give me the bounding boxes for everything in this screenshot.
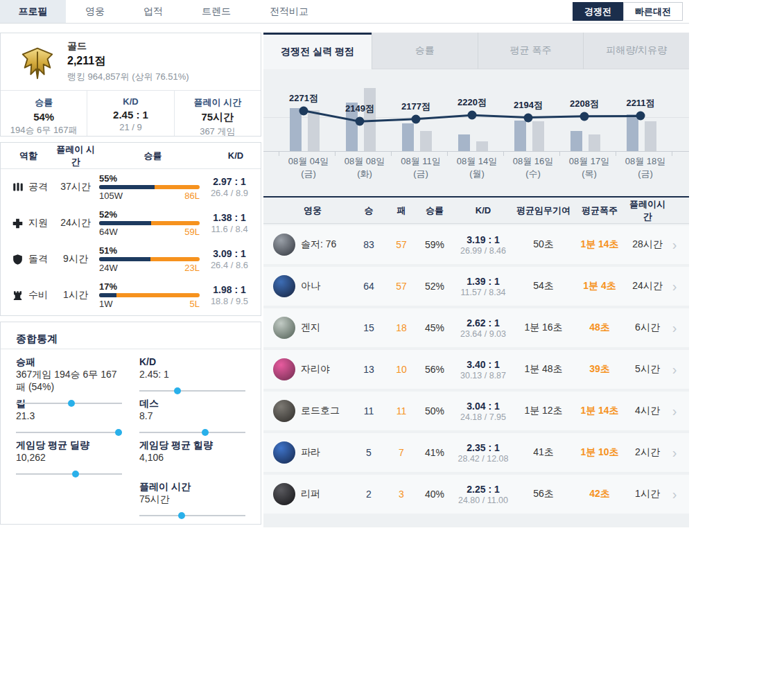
chart-tab-skill-rating[interactable]: 경쟁전 실력 평점 bbox=[263, 33, 372, 69]
kd-ratio: 2.97 : 1 bbox=[207, 176, 252, 187]
role-row-defense: 수비1시간17%1W5L1.98 : 118.8 / 9.5 bbox=[1, 277, 261, 313]
chevron-right-icon[interactable]: › bbox=[668, 238, 681, 252]
chart-point-label: 2271점 bbox=[289, 92, 318, 105]
hero-objective-time: 41초 bbox=[514, 446, 573, 459]
stat-label: 데스 bbox=[139, 398, 245, 410]
hero-fire-time: 1분 10초 bbox=[573, 446, 627, 459]
wins-count: 1W bbox=[99, 299, 113, 309]
win-bar-fill bbox=[99, 221, 151, 225]
win-loss-counts: 24W23L bbox=[99, 263, 200, 273]
nav-tab-trends[interactable]: 트렌드 bbox=[182, 0, 250, 23]
chevron-right-icon[interactable]: › bbox=[668, 362, 681, 376]
kd-ratio: 1.38 : 1 bbox=[207, 212, 252, 223]
tier-points: 2,211점 bbox=[67, 54, 189, 69]
hero-row-roadhog[interactable]: 로드호그111150%3.04 : 124.18 / 7.951분 12초1분 … bbox=[263, 392, 689, 430]
kd-detail: 30.13 / 8.87 bbox=[452, 371, 514, 380]
hero-row-genji[interactable]: 겐지151845%2.62 : 123.64 / 9.031분 16초48초6시… bbox=[263, 308, 689, 347]
hero-row-reaper[interactable]: 리퍼2340%2.25 : 124.80 / 11.0056초42초1시간› bbox=[263, 475, 689, 514]
summary-sub: 194승 6무 167패 bbox=[1, 124, 87, 137]
chevron-right-icon[interactable]: › bbox=[668, 279, 681, 293]
nav-tab-match-compare[interactable]: 전적비교 bbox=[250, 0, 328, 23]
stat-label: 일 평균 플레이 시간 bbox=[16, 523, 122, 525]
hero-win-rate: 52% bbox=[417, 281, 452, 292]
hero-win-rate: 56% bbox=[417, 364, 452, 375]
chart-tab-win-rate[interactable]: 승률 bbox=[372, 33, 478, 69]
hero-losses: 7 bbox=[385, 447, 417, 458]
stat-gauge-dot bbox=[72, 471, 79, 477]
hero-row-pharah[interactable]: 파라5741%2.35 : 128.42 / 12.0841초1분 10초2시간… bbox=[263, 433, 689, 472]
stat-label: 게임당 평균 딜량 bbox=[16, 439, 122, 451]
hero-win-rate: 59% bbox=[417, 239, 452, 250]
chart-point bbox=[636, 112, 645, 121]
hero-kd: 2.62 : 123.64 / 9.03 bbox=[452, 317, 514, 339]
kd-detail: 26.99 / 8.46 bbox=[452, 246, 514, 256]
losses-count: 23L bbox=[184, 263, 200, 273]
summary-win-rate: 승률54%194승 6무 167패 bbox=[1, 91, 87, 136]
chevron-right-icon[interactable]: › bbox=[668, 404, 681, 418]
hero-objective-time: 1분 16초 bbox=[514, 322, 573, 334]
stat-gauge-dot bbox=[174, 387, 181, 394]
chart-point-label: 2220점 bbox=[458, 96, 487, 109]
kd-ratio: 3.19 : 1 bbox=[452, 234, 514, 245]
nav-tab-achievements[interactable]: 업적 bbox=[124, 0, 182, 23]
kd-ratio: 2.62 : 1 bbox=[452, 317, 514, 328]
hero-header-cell: 플레이시간 bbox=[627, 198, 668, 223]
win-rate-bar-block: 51%24W23L bbox=[99, 245, 200, 273]
win-rate-bar-block: 17%1W5L bbox=[99, 281, 200, 309]
chart-tab-damage-healing[interactable]: 피해량/치유량 bbox=[583, 33, 689, 69]
profile-card: 골드 2,211점 랭킹 964,857위 (상위 76.51%) 승률54%1… bbox=[0, 33, 261, 137]
chevron-right-icon[interactable]: › bbox=[668, 446, 681, 459]
win-rate-percent: 17% bbox=[99, 281, 200, 292]
chart-line bbox=[263, 69, 689, 187]
hero-wins: 13 bbox=[352, 364, 385, 375]
hero-fire-time: 1분 14초 bbox=[573, 405, 627, 417]
chart-tab-bar: 경쟁전 실력 평점승률평균 폭주피해량/치유량 bbox=[263, 33, 689, 69]
hero-objective-time: 1분 48초 bbox=[514, 363, 573, 376]
stat-total-fire-time: 전체 폭주 시간 bbox=[139, 523, 245, 525]
role-header-cell: K/D bbox=[211, 150, 261, 161]
hero-objective-time: 56초 bbox=[514, 488, 573, 500]
role-header-cell: 역할 bbox=[1, 150, 56, 162]
summary-sub: 367 게임 bbox=[175, 125, 261, 138]
right-panel: 경쟁전 실력 평점승률평균 폭주피해량/치유량 08월 04일(금)08월 08… bbox=[263, 33, 689, 527]
hero-losses: 57 bbox=[385, 281, 417, 292]
hero-losses: 11 bbox=[385, 405, 417, 416]
kd-ratio: 3.09 : 1 bbox=[207, 248, 252, 259]
stat-win-loss: 승패367게임 194승 6무 167패 (54%) bbox=[16, 356, 122, 398]
chevron-right-icon[interactable]: › bbox=[668, 487, 681, 501]
kd-detail: 23.64 / 9.03 bbox=[452, 329, 514, 339]
chart-point-label: 2194점 bbox=[514, 99, 543, 112]
hero-row-ana[interactable]: 아나645752%1.39 : 111.57 / 8.3454초1분 4초24시… bbox=[263, 267, 689, 306]
kd-ratio: 3.40 : 1 bbox=[452, 359, 514, 370]
profile-summary: 승률54%194승 6무 167패K/D2.45 : 121 / 9플레이 시간… bbox=[1, 90, 261, 136]
win-loss-bar bbox=[99, 257, 200, 261]
summary-label: K/D bbox=[87, 96, 173, 107]
win-bar-fill bbox=[99, 293, 116, 297]
role-kd: 3.09 : 126.4 / 8.6 bbox=[207, 248, 252, 270]
nav-tab-heroes[interactable]: 영웅 bbox=[66, 0, 124, 23]
support-icon bbox=[12, 218, 28, 229]
hero-row-zarya[interactable]: 자리야131056%3.40 : 130.13 / 8.871분 48초39초5… bbox=[263, 350, 689, 389]
kd-detail: 24.80 / 11.00 bbox=[452, 496, 514, 505]
hero-row-soldier-76[interactable]: 솔저: 76835759%3.19 : 126.99 / 8.4650초1분 1… bbox=[263, 225, 689, 264]
stats-column-right: K/D2.45: 1데스8.7게임당 평균 힐량4,106플레이 시간75시간전… bbox=[139, 356, 245, 525]
hero-objective-time: 1분 12초 bbox=[514, 405, 573, 417]
chart-tab-avg-fire[interactable]: 평균 폭주 bbox=[478, 33, 584, 69]
content: 프로필영웅업적트렌드전적비교 경쟁전빠른대전 bbox=[0, 0, 689, 530]
chart-point-label: 2177점 bbox=[401, 100, 430, 113]
role-play-time: 1시간 bbox=[58, 289, 94, 301]
stat-gauge bbox=[16, 473, 122, 475]
role-stats-card: 역할플레이 시간승률K/D 공격37시간55%105W86L2.97 : 126… bbox=[0, 142, 261, 316]
hero-header-cell: K/D bbox=[452, 205, 514, 216]
wins-count: 64W bbox=[99, 227, 118, 237]
hero-name: 리퍼 bbox=[295, 488, 352, 500]
competitive-button[interactable]: 경쟁전 bbox=[573, 2, 623, 21]
skill-rating-chart: 08월 04일(금)08월 08일(화)08월 11일(금)08월 14일(월)… bbox=[263, 69, 689, 187]
chevron-right-icon[interactable]: › bbox=[668, 321, 681, 335]
stat-label: 게임당 평균 힐량 bbox=[139, 439, 245, 451]
overall-stats-grid: 승패367게임 194승 6무 167패 (54%)킬21.3게임당 평균 딜량… bbox=[1, 349, 261, 525]
losses-count: 59L bbox=[184, 227, 200, 237]
quick-play-button[interactable]: 빠른대전 bbox=[623, 2, 683, 21]
role-kd: 1.98 : 118.8 / 9.5 bbox=[207, 284, 252, 306]
nav-tab-profile[interactable]: 프로필 bbox=[0, 0, 66, 23]
